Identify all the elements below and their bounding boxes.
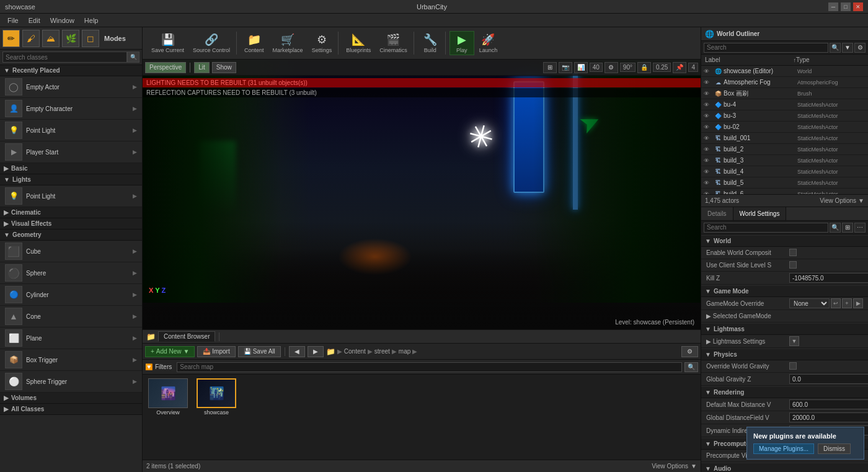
wo-item-build6[interactable]: 👁 🏗 build_6 StaticMeshActor	[701, 189, 868, 194]
gamemode-reset[interactable]: ↩	[831, 298, 841, 308]
vp-grid-icon[interactable]: ⊞	[543, 62, 557, 73]
list-item[interactable]: ⚪ Sphere Trigger ▶	[0, 371, 142, 393]
wo-item-build2[interactable]: 👁 🏗 build_2 StaticMeshActor	[701, 144, 868, 155]
eye-icon[interactable]: 👁	[704, 135, 711, 141]
details-layout-button[interactable]: ⊞	[842, 223, 853, 233]
eye-icon[interactable]: 👁	[704, 79, 711, 86]
mode-paint[interactable]: 🖌	[22, 30, 40, 47]
wo-item-atmospheric-fog[interactable]: 👁 ☁ Atmospheric Fog AtmosphericFog	[701, 77, 868, 88]
tab-details[interactable]: Details	[701, 207, 733, 220]
lightmass-expand[interactable]: ▼	[789, 336, 799, 346]
asset-showcase[interactable]: 🌃 showcase	[195, 378, 238, 456]
marketplace-button[interactable]: 🛒 Marketplace	[269, 32, 307, 55]
list-item[interactable]: ▲ Cone ▶	[0, 306, 142, 327]
place-search-button[interactable]: 🔍	[127, 51, 140, 63]
launch-button[interactable]: 🚀 Launch	[476, 32, 502, 55]
save-all-button[interactable]: 💾 Save All	[238, 346, 281, 357]
vp-extra-icon[interactable]: 📌	[673, 62, 686, 73]
gamemode-select[interactable]: None	[789, 298, 830, 308]
wo-filter-button[interactable]: ▼	[842, 43, 853, 53]
list-item[interactable]: ⚫ Sphere ▶	[0, 262, 142, 284]
viewport[interactable]: ✳ ➤ Perspective Lit Show ⊞ 📷 📊 4	[143, 60, 701, 329]
menu-help[interactable]: Help	[79, 16, 104, 25]
list-item[interactable]: ▶ Player Start ▶	[0, 141, 142, 163]
wo-view-options[interactable]: View Options	[820, 197, 856, 204]
vp-camera-icon[interactable]: 📷	[559, 62, 572, 73]
breadcrumb-root[interactable]: 📁	[326, 347, 335, 356]
eye-icon[interactable]: 👁	[704, 68, 711, 74]
mode-place[interactable]: ✏	[2, 30, 20, 47]
breadcrumb-street[interactable]: street	[374, 348, 390, 355]
cb-settings-button[interactable]: ⚙	[681, 346, 698, 357]
section-rendering-header[interactable]: ▼ Rendering	[701, 387, 868, 398]
wo-item-showcase-editor[interactable]: 👁 🌐 showcase (Editor) World	[701, 66, 868, 77]
asset-overview[interactable]: 🌆 Overview	[146, 378, 190, 456]
perspective-button[interactable]: Perspective	[145, 62, 186, 73]
wo-item-build001[interactable]: 👁 🏗 build_001 StaticMeshActor	[701, 133, 868, 144]
category-visual-effects[interactable]: ▶ Visual Effects	[0, 218, 142, 229]
show-button[interactable]: Show	[212, 62, 236, 73]
wo-search-input[interactable]	[704, 43, 828, 53]
list-item[interactable]: 💡 Point Light ▶	[0, 120, 142, 141]
mode-foliage[interactable]: 🌿	[62, 30, 79, 47]
manage-plugins-button[interactable]: Manage Plugins...	[753, 443, 814, 454]
eye-icon[interactable]: 👁	[704, 102, 711, 108]
section-lightmass-header[interactable]: ▼ Lightmass	[701, 324, 868, 335]
category-cinematic[interactable]: ▶ Cinematic	[0, 207, 142, 218]
lit-button[interactable]: Lit	[194, 62, 210, 73]
wo-item-bu02[interactable]: 👁 🔷 bu-02 StaticMeshActor	[701, 122, 868, 133]
settings-button[interactable]: ⚙ Settings	[308, 32, 336, 55]
col-label[interactable]: Label	[705, 56, 794, 63]
list-item[interactable]: 🔵 Cylinder ▶	[0, 284, 142, 306]
list-item[interactable]: 💡 Point Light ▶	[0, 185, 142, 207]
nav-forward-button[interactable]: ▶	[308, 346, 324, 357]
filters-label[interactable]: Filters	[155, 363, 172, 370]
source-control-button[interactable]: 🔗 Source Control	[189, 32, 234, 55]
gamemode-browse[interactable]: +	[842, 298, 852, 308]
category-all-classes[interactable]: ▶ All Classes	[0, 404, 142, 415]
eye-icon[interactable]: 👁	[704, 180, 711, 186]
category-recently-placed[interactable]: ▼ Recently Placed	[0, 65, 142, 76]
content-button[interactable]: 📁 Content	[241, 32, 268, 55]
import-button[interactable]: 📥 Import	[197, 346, 235, 357]
list-item[interactable]: 📦 Box Trigger ▶	[0, 349, 142, 371]
gravity-input[interactable]	[789, 374, 868, 384]
vp-stats-icon[interactable]: 📊	[574, 62, 588, 73]
tab-world-settings[interactable]: World Settings	[733, 207, 787, 220]
details-search-input[interactable]	[704, 223, 828, 233]
details-expand-button[interactable]: ⋯	[854, 223, 866, 233]
wo-search-button[interactable]: 🔍	[830, 43, 841, 53]
wo-item-build3[interactable]: 👁 🏗 build_3 StaticMeshActor	[701, 155, 868, 166]
default-max-input[interactable]	[789, 399, 868, 409]
list-item[interactable]: ⬜ Plane ▶	[0, 327, 142, 349]
eye-icon[interactable]: 👁	[704, 124, 711, 130]
list-item[interactable]: ⬛ Cube ▶	[0, 241, 142, 262]
breadcrumb-content[interactable]: Content	[344, 348, 366, 355]
gamemode-arrow[interactable]: ▶	[853, 298, 863, 308]
section-physics-header[interactable]: ▼ Physics	[701, 349, 868, 360]
wo-item-bu3[interactable]: 👁 🔷 bu-3 StaticMeshActor	[701, 110, 868, 122]
content-search-button[interactable]: 🔍	[684, 362, 698, 372]
blueprints-button[interactable]: 📐 Blueprints	[342, 32, 374, 55]
save-current-button[interactable]: 💾 Save Current	[148, 32, 188, 55]
mode-geometry[interactable]: ◻	[82, 30, 99, 47]
wo-settings-button[interactable]: ⚙	[854, 43, 866, 53]
content-browser-tab[interactable]: Content Browser	[158, 331, 215, 342]
view-options-label[interactable]: View Options	[652, 463, 688, 470]
close-button[interactable]: ✕	[853, 2, 863, 11]
eye-icon[interactable]: 👁	[704, 158, 711, 164]
nav-back-button[interactable]: ◀	[289, 346, 305, 357]
wo-item-build5[interactable]: 👁 🏗 build_5 StaticMeshActor	[701, 177, 868, 189]
menu-window[interactable]: Window	[45, 16, 79, 25]
checkbox-gravity[interactable]	[789, 362, 797, 370]
menu-edit[interactable]: Edit	[24, 16, 45, 25]
eye-icon[interactable]: 👁	[704, 91, 711, 97]
vp-snap-icon[interactable]: 🔒	[637, 62, 651, 73]
details-search-button[interactable]: 🔍	[830, 223, 841, 233]
minimize-button[interactable]: ─	[828, 2, 838, 11]
cinematics-button[interactable]: 🎬 Cinematics	[376, 32, 411, 55]
build-button[interactable]: 🔧 Build	[418, 32, 443, 55]
checkbox-world-compose[interactable]	[789, 249, 797, 256]
menu-file[interactable]: File	[2, 16, 24, 25]
place-search-input[interactable]	[2, 51, 127, 63]
